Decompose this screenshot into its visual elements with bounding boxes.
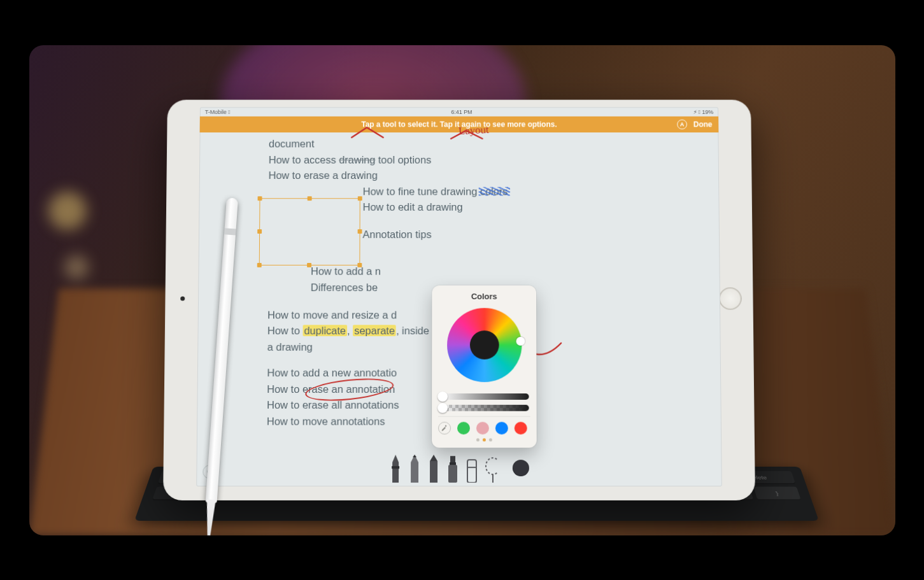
slider-knob[interactable] [437, 402, 448, 413]
colors-popover: Colors [432, 285, 537, 448]
color-wheel[interactable] [446, 308, 521, 381]
popover-title: Colors [438, 290, 530, 303]
svg-rect-2 [448, 465, 457, 483]
color-swatch[interactable] [457, 421, 470, 434]
fill-tool[interactable] [446, 453, 459, 483]
document-body[interactable]: document How to access drawing tool opti… [196, 132, 722, 486]
slider-knob[interactable] [437, 392, 448, 402]
caret-mark-icon [349, 125, 387, 139]
resize-handle[interactable] [257, 263, 261, 267]
clock: 6:41 PM [451, 108, 472, 115]
status-bar: T-Mobile 􀙇 6:41 PM ⚡︎ 􀛨 19% [199, 107, 718, 117]
color-swatch[interactable] [514, 421, 527, 434]
photo-frame: ~123 4567 890- =delete tabQWERTYUIOP{} T… [29, 45, 895, 535]
resize-handle[interactable] [357, 196, 362, 201]
doc-line: document [268, 136, 708, 152]
svg-rect-1 [430, 461, 437, 483]
pencil-tool[interactable] [408, 453, 421, 483]
lasso-tool[interactable] [484, 453, 497, 483]
caret-mark-icon [448, 129, 486, 141]
drawing-tool-tray [383, 451, 536, 485]
doc-line: How to fine tune drawing colors [268, 183, 709, 199]
eraser-tool[interactable] [465, 453, 478, 483]
svg-rect-0 [392, 466, 399, 469]
home-button[interactable] [718, 287, 741, 309]
carrier-label: T-Mobile 􀙇 [204, 108, 230, 115]
eyedropper-button[interactable] [438, 421, 451, 434]
resize-handle[interactable] [307, 263, 311, 267]
color-swatch[interactable] [476, 421, 488, 434]
done-button[interactable]: Done [693, 120, 712, 129]
color-swatch[interactable] [495, 421, 508, 434]
front-camera [180, 296, 185, 301]
crayon-tool[interactable] [427, 453, 440, 483]
opacity-slider[interactable] [439, 404, 529, 411]
brightness-slider[interactable] [439, 393, 529, 400]
ipad-device: T-Mobile 􀙇 6:41 PM ⚡︎ 􀛨 19% Tap a tool t… [163, 99, 755, 500]
doc-line: How to erase a drawing [268, 167, 709, 183]
resize-handle[interactable] [257, 196, 262, 201]
resize-handle[interactable] [257, 229, 262, 234]
doc-line: How to add a n [267, 264, 709, 279]
svg-rect-4 [450, 462, 456, 465]
doc-line: How to access drawing tool options [268, 152, 708, 167]
resize-handle[interactable] [357, 263, 362, 267]
ipad-screen: T-Mobile 􀙇 6:41 PM ⚡︎ 􀛨 19% Tap a tool t… [196, 107, 722, 486]
selection-rectangle[interactable] [259, 198, 360, 265]
markup-auto-icon[interactable]: A [677, 119, 687, 129]
resize-handle[interactable] [357, 229, 362, 234]
svg-point-7 [485, 458, 497, 474]
page-dots[interactable] [438, 434, 530, 441]
color-wheel-cursor[interactable] [515, 337, 524, 346]
resize-handle[interactable] [307, 196, 311, 201]
battery-label: ⚡︎ 􀛨 19% [693, 108, 713, 115]
current-color-chip[interactable] [512, 460, 529, 476]
svg-rect-5 [467, 460, 476, 483]
pen-tool[interactable] [389, 453, 402, 483]
